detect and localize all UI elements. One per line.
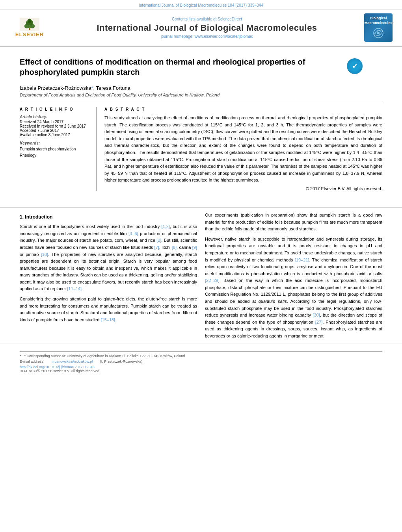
homepage-link[interactable]: www.elsevier.com/locate/ijbiomac	[195, 34, 253, 39]
contents-available: Contents lists available at ScienceDirec…	[51, 17, 363, 21]
page: International Journal of Biological Macr…	[0, 0, 402, 376]
accepted-date: Accepted 7 June 2017	[20, 128, 91, 133]
header: ELSEVIER Contents lists available at Sci…	[0, 9, 402, 46]
abstract-copyright: © 2017 Elsevier B.V. All rights reserved…	[104, 186, 382, 191]
email-suffix: (I. Przetaczek-Rożnowska).	[100, 360, 143, 363]
sciencedirect-link[interactable]: ScienceDirect	[218, 17, 242, 21]
footer-divider	[20, 351, 382, 352]
ref-7[interactable]: [7]	[154, 245, 159, 250]
history-label: Article history:	[20, 115, 91, 119]
right-para-1: Our experiments (publication in preparat…	[205, 212, 382, 233]
keyword-2: Rheology	[20, 152, 91, 159]
footnote-text: * Corresponding author at: University of…	[24, 354, 186, 358]
crossmark-badge[interactable]: ✓	[347, 58, 363, 74]
body-left-column: 1. Introduction Starch is one of the bio…	[20, 212, 197, 343]
affiliation: Department of Food Analysis and Evaluati…	[20, 93, 382, 97]
email-footnote: E-mail address: i.roznowska@ur.krakow.pl…	[20, 360, 382, 363]
right-para-2: However, native starch is susceptible to…	[205, 236, 382, 340]
author-separator: , Teresa Fortuna	[93, 85, 130, 91]
abstract-text: This study aimed at analyzing the effect…	[104, 115, 382, 184]
received-date: Received 24 March 2017	[20, 120, 91, 124]
intro-para-1: Starch is one of the biopolymers most wi…	[20, 223, 197, 293]
journal-cover-image: Biological Macromolecules	[364, 13, 393, 42]
section-1-title: 1. Introduction	[20, 213, 197, 221]
svg-point-10	[377, 32, 380, 34]
article-body: Effect of conditions of modification on …	[0, 46, 402, 204]
header-center: Contents lists available at ScienceDirec…	[51, 17, 363, 39]
journal-thumbnail: Biological Macromolecules	[363, 13, 394, 42]
available-date: Available online 8 June 2017	[20, 133, 91, 137]
author-names: Izabela Przetaczek-Rożnowska	[20, 85, 91, 91]
body-text: 1. Introduction Starch is one of the bio…	[0, 212, 402, 343]
section-1-title-text: Introduction	[25, 214, 52, 220]
journal-citation: International Journal of Biological Macr…	[139, 3, 263, 7]
section-divider	[0, 208, 402, 208]
ref-9[interactable]: [9]	[192, 245, 197, 250]
elsevier-logo: ELSEVIER	[8, 18, 51, 37]
abstract-column: A B S T R A C T This study aimed at anal…	[104, 107, 382, 191]
article-title: Effect of conditions of modification on …	[20, 57, 343, 77]
journal-title: International Journal of Biological Macr…	[51, 23, 363, 33]
ref-8[interactable]: [8]	[172, 245, 177, 250]
revised-date: Received in revised form 2 June 2017	[20, 124, 91, 128]
footer: * * Corresponding author at: University …	[0, 343, 402, 376]
quantum-satis-text: quantum satis	[259, 299, 287, 304]
body-right-column: Our experiments (publication in preparat…	[205, 212, 382, 343]
ref-2[interactable]: [2]	[156, 238, 161, 243]
ref-10[interactable]: [10]	[41, 252, 48, 257]
authors: Izabela Przetaczek-Rożnowska*, Teresa Fo…	[20, 85, 382, 91]
ref-3-6[interactable]: [3–6]	[128, 231, 138, 236]
journal-homepage: journal homepage: www.elsevier.com/locat…	[51, 34, 363, 39]
thumb-title: Biological Macromolecules	[365, 16, 393, 25]
issn-copyright: 0141-8130/© 2017 Elsevier B.V. All right…	[20, 369, 382, 373]
email-label: E-mail address:	[20, 360, 45, 363]
ref-27[interactable]: [27]	[315, 320, 322, 324]
keyword-1: Pumpkin starch phosphorylation	[20, 146, 91, 152]
ref-19-21[interactable]: [19–21]	[295, 258, 309, 262]
article-info-column: A R T I C L E I N F O Article history: R…	[20, 107, 97, 191]
abstract-header: A B S T R A C T	[104, 107, 382, 111]
article-info-abstract: A R T I C L E I N F O Article history: R…	[20, 103, 382, 191]
ref-30[interactable]: [30]	[313, 313, 320, 317]
elsevier-tree-icon	[18, 18, 41, 31]
article-info-header: A R T I C L E I N F O	[20, 107, 91, 111]
journal-info-bar: International Journal of Biological Macr…	[0, 0, 402, 9]
cover-graphic-icon	[370, 27, 386, 39]
intro-para-2: Considering the growing attention paid t…	[20, 296, 197, 323]
corresponding-author-footnote: * * Corresponding author at: University …	[20, 354, 382, 358]
footnote-star: *	[20, 354, 21, 358]
elsevier-wordmark: ELSEVIER	[15, 32, 44, 37]
keywords-label: Keywords:	[20, 141, 91, 145]
ref-15-18[interactable]: [15–18]	[100, 317, 115, 322]
ref-22-29[interactable]: [22–29]	[205, 278, 220, 283]
svg-point-7	[28, 19, 32, 23]
ref-1-2[interactable]: [1,2]	[162, 224, 170, 229]
ref-11-14[interactable]: [11–14]	[67, 286, 82, 291]
email-link[interactable]: i.roznowska@ur.krakow.pl	[52, 360, 93, 363]
doi-link[interactable]: http://dx.doi.org/10.1016/j.ijbiomac.201…	[20, 365, 382, 369]
